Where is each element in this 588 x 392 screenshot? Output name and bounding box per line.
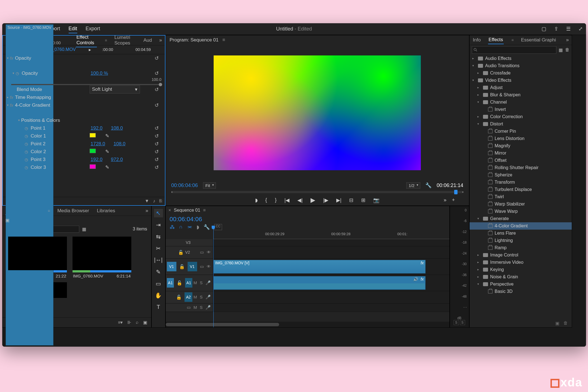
new-bin-icon[interactable]: ▦ <box>559 47 563 53</box>
panel-menu-icon[interactable]: ≡ <box>222 37 225 43</box>
chevron-icon[interactable]: ▸ <box>477 71 481 75</box>
current-timecode[interactable]: 00:06:04:06 <box>171 183 198 188</box>
more-tabs-icon[interactable]: » <box>566 37 569 43</box>
effects-folder[interactable]: ▸Adjust <box>470 84 572 91</box>
eye-icon[interactable]: 👁 <box>207 264 211 269</box>
track-target-a1[interactable]: A1 <box>185 278 192 288</box>
fullscreen-icon[interactable]: ⤢ <box>578 26 583 32</box>
effects-preset[interactable]: Corner Pin <box>470 128 572 135</box>
lock-icon[interactable]: 🔓 <box>179 264 185 269</box>
tab-edit[interactable]: Edit <box>69 25 77 33</box>
effects-preset[interactable]: Mirror <box>470 150 572 157</box>
play-button[interactable]: ▶ <box>311 197 315 204</box>
lock-icon[interactable]: 🔓 <box>176 295 182 300</box>
rectangle-tool-icon[interactable]: ▭ <box>154 279 163 288</box>
twirl-icon[interactable]: ▾ <box>17 118 21 122</box>
panel-menu-icon[interactable]: ≡ <box>48 209 50 213</box>
reset-icon[interactable]: ↺ <box>155 125 159 131</box>
pen-tool-icon[interactable]: ✎ <box>154 268 163 276</box>
effects-preset[interactable]: Turbulent Displace <box>470 186 572 193</box>
voiceover-icon[interactable]: 🎤 <box>206 305 211 310</box>
voiceover-icon[interactable]: 🎤 <box>206 280 211 285</box>
track-body[interactable]: IMG_0760.MOV [V] fx <box>213 259 449 275</box>
playhead-icon[interactable] <box>454 190 458 194</box>
reset-icon[interactable]: ↺ <box>155 55 159 61</box>
reset-icon[interactable]: ↺ <box>155 70 159 76</box>
sync-lock-icon[interactable]: ▭ <box>200 264 204 269</box>
timeline-zoom-scrollbar[interactable] <box>166 322 449 327</box>
chevron-icon[interactable]: ▾ <box>477 282 481 286</box>
opacity-value[interactable]: 100.0 % <box>91 71 108 76</box>
eye-icon[interactable]: 👁 <box>207 250 211 255</box>
effects-preset[interactable]: 4-Color Gradient <box>470 222 572 230</box>
chevron-icon[interactable]: ▸ <box>477 275 481 279</box>
bin-icon[interactable]: ▣ <box>5 218 10 223</box>
twirl-icon[interactable]: ▾ <box>6 103 10 107</box>
reset-icon[interactable]: ↺ <box>155 164 159 171</box>
play-icon[interactable]: ▸ <box>89 47 91 52</box>
effects-folder[interactable]: ▸Immersive Video <box>470 259 572 266</box>
project-item[interactable]: IMG_0760.MOV6:21:14 <box>73 237 131 279</box>
eyedropper-icon[interactable]: ✎ <box>105 149 109 155</box>
reset-icon[interactable]: ↺ <box>155 102 159 108</box>
go-to-in-icon[interactable]: |◀ <box>284 197 290 203</box>
track-target-v1[interactable]: V1 <box>188 262 197 271</box>
stopwatch-icon[interactable]: ◷ <box>25 165 29 170</box>
opacity-slider[interactable] <box>11 84 162 85</box>
step-back-icon[interactable]: ◀| <box>297 197 303 203</box>
tab-audio[interactable]: Aud <box>143 36 152 44</box>
color-swatch[interactable] <box>90 164 96 169</box>
tab-effects[interactable]: Effects <box>488 36 504 44</box>
solo-icon[interactable]: S <box>200 280 202 285</box>
workspace-settings-icon[interactable]: ☰ <box>566 26 571 32</box>
point-y[interactable]: 108.0 <box>114 141 126 147</box>
effects-preset[interactable]: Magnify <box>470 142 572 150</box>
effects-preset[interactable]: Warp Stabilizer <box>470 200 572 208</box>
effects-folder[interactable]: ▾Distort <box>470 120 572 128</box>
slip-tool-icon[interactable]: |↔| <box>154 256 163 264</box>
filter-bin-icon[interactable]: ▦ <box>82 227 86 232</box>
effects-preset[interactable]: Invert <box>470 106 572 113</box>
track-body[interactable]: 🔊 fx <box>213 275 449 291</box>
mark-in-icon[interactable]: ◗ <box>255 197 258 203</box>
chevron-icon[interactable]: ▸ <box>477 268 481 271</box>
new-bin-icon[interactable]: ▣ <box>143 320 147 325</box>
captions-icon[interactable]: CC <box>214 224 222 230</box>
effects-preset[interactable]: Spherize <box>470 171 572 179</box>
panel-menu-icon[interactable]: ≡ <box>512 38 514 42</box>
effects-folder[interactable]: ▸Crossfade <box>470 69 572 77</box>
automate-icon[interactable]: ⊪ <box>127 320 131 325</box>
chevron-icon[interactable]: ▾ <box>477 217 481 220</box>
effects-folder[interactable]: ▸Noise & Grain <box>470 273 572 281</box>
effects-preset[interactable]: Wave Warp <box>470 208 572 215</box>
program-scrubber[interactable] <box>171 191 463 193</box>
tab-export[interactable]: Export <box>86 25 100 33</box>
chevron-icon[interactable]: ▾ <box>477 100 481 104</box>
step-forward-icon[interactable]: |▶ <box>323 197 328 203</box>
selection-tool-icon[interactable]: ↖ <box>154 209 163 217</box>
effects-preset[interactable]: Rolling Shutter Repair <box>470 164 572 171</box>
effects-preset[interactable]: Lens Distortion <box>470 135 572 142</box>
tab-essential-graphics[interactable]: Essential Graphi <box>521 36 557 44</box>
resolution-select[interactable]: 1/2 <box>406 182 421 189</box>
effects-preset[interactable]: Lightning <box>470 237 572 244</box>
type-tool-icon[interactable]: T <box>154 303 163 311</box>
reset-icon[interactable]: ↺ <box>155 141 159 147</box>
solo-left[interactable]: S <box>454 320 459 325</box>
ripple-edit-tool-icon[interactable]: ⇆ <box>154 232 163 241</box>
video-clip[interactable]: IMG_0760.MOV [V] fx <box>213 260 426 274</box>
mute-icon[interactable]: M <box>193 305 197 310</box>
color-swatch[interactable] <box>90 133 96 137</box>
reset-icon[interactable]: ↺ <box>155 157 159 163</box>
snap-icon[interactable]: ∩ <box>179 224 183 230</box>
lock-icon[interactable]: 🔓 <box>177 280 182 286</box>
effects-preset[interactable]: Twirl <box>470 193 572 200</box>
track-select-tool-icon[interactable]: ⇥ <box>154 221 163 229</box>
in-bracket-icon[interactable]: { <box>265 197 267 203</box>
effects-folder[interactable]: ▾Video Effects <box>470 77 572 84</box>
effects-preset[interactable]: Lens Flare <box>470 230 572 237</box>
audio-clip[interactable]: 🔊 fx <box>213 276 426 290</box>
blend-mode-select[interactable]: Soft Light▾ <box>90 85 140 94</box>
zoom-fit-select[interactable]: Fit <box>203 182 216 189</box>
chevron-icon[interactable]: ▸ <box>477 93 481 97</box>
